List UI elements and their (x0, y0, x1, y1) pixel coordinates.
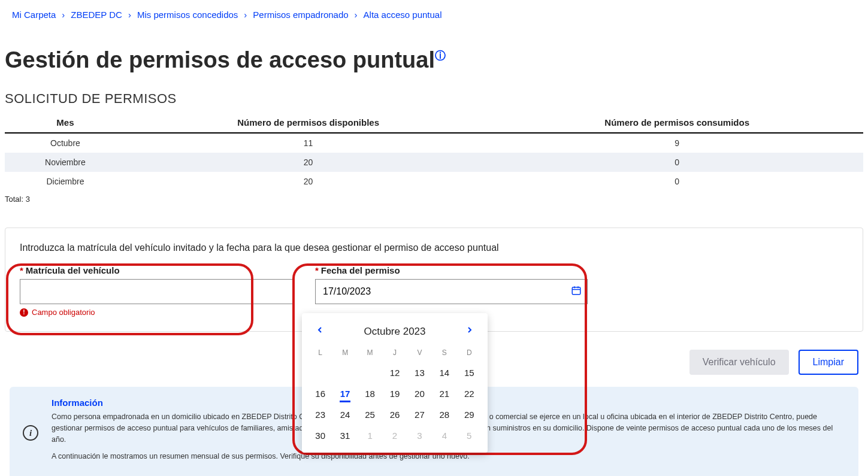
info-circle-icon: i (23, 425, 38, 441)
table-cell: Octubre (5, 133, 126, 153)
fecha-label: *Fecha del permiso (315, 265, 588, 275)
calendar-day (308, 365, 332, 380)
chevron-right-icon: › (244, 10, 247, 20)
table-cell: Diciembre (5, 172, 126, 191)
clear-button[interactable]: Limpiar (799, 350, 858, 375)
fecha-input[interactable] (315, 279, 588, 304)
calendar-day[interactable]: 31 (332, 428, 357, 443)
table-row: Octubre119 (5, 133, 863, 153)
calendar-day[interactable]: 13 (407, 365, 432, 380)
table-header: Número de permisos disponibles (126, 113, 491, 133)
breadcrumb-link[interactable]: Mis permisos concedidos (137, 10, 238, 20)
calendar-day (358, 365, 382, 380)
calendar-dow: M (358, 346, 382, 359)
calendar-day[interactable]: 1 (358, 428, 382, 443)
calendar-day[interactable]: 29 (457, 407, 482, 422)
table-cell: 11 (126, 133, 491, 153)
calendar-day[interactable]: 12 (382, 365, 407, 380)
table-cell: 0 (491, 153, 863, 172)
table-row: Noviembre200 (5, 153, 863, 172)
calendar-dow: J (382, 346, 407, 359)
matricula-error: !Campo obligatorio (20, 308, 294, 317)
info-paragraph: A continuación le mostramos un resumen m… (52, 451, 845, 462)
chevron-right-icon: › (62, 10, 65, 20)
calendar-dow: L (308, 346, 332, 359)
calendar-day[interactable]: 16 (308, 386, 332, 401)
breadcrumb-link[interactable]: ZBEDEP DC (71, 10, 122, 20)
matricula-label: *Matrícula del vehículo (20, 265, 294, 275)
matricula-input[interactable] (20, 279, 294, 304)
calendar-day[interactable]: 15 (457, 365, 482, 380)
calendar-day[interactable]: 14 (432, 365, 456, 380)
calendar-icon[interactable] (571, 285, 582, 298)
calendar-day[interactable]: 3 (407, 428, 432, 443)
calendar-day[interactable]: 18 (358, 386, 382, 401)
form-intro: Introduzca la matrícula del vehículo inv… (20, 242, 848, 253)
calendar-next[interactable] (462, 323, 477, 340)
calendar-day[interactable]: 4 (432, 428, 456, 443)
table-cell: 9 (491, 133, 863, 153)
breadcrumb: Mi Carpeta›ZBEDEP DC›Mis permisos conced… (0, 0, 868, 29)
page-title: Gestión de permisos de acceso puntualⓘ (5, 47, 863, 73)
breadcrumb-link[interactable]: Alta acceso puntual (364, 10, 442, 20)
calendar-day[interactable]: 21 (432, 386, 456, 401)
calendar-day[interactable]: 25 (358, 407, 382, 422)
calendar-dow: D (457, 346, 482, 359)
calendar-day[interactable]: 2 (382, 428, 407, 443)
calendar-day[interactable]: 26 (382, 407, 407, 422)
calendar-day[interactable]: 19 (382, 386, 407, 401)
calendar-day[interactable]: 30 (308, 428, 332, 443)
breadcrumb-link[interactable]: Permisos empadronado (253, 10, 348, 20)
calendar-prev[interactable] (313, 323, 327, 340)
chevron-right-icon: › (355, 10, 358, 20)
table-cell: 20 (126, 172, 491, 191)
error-icon: ! (20, 308, 28, 317)
calendar-day[interactable]: 22 (457, 386, 482, 401)
calendar-day[interactable]: 20 (407, 386, 432, 401)
breadcrumb-link[interactable]: Mi Carpeta (12, 10, 56, 20)
verify-button[interactable]: Verificar vehículo (689, 350, 789, 375)
section-title: SOLICITUD DE PERMISOS (5, 91, 863, 107)
calendar-dow: V (407, 346, 432, 359)
calendar-day[interactable]: 27 (407, 407, 432, 422)
calendar-day[interactable]: 28 (432, 407, 456, 422)
calendar-day[interactable]: 23 (308, 407, 332, 422)
calendar-popup: Octubre 2023 LMMJVSD12131415161718192021… (302, 313, 488, 453)
info-icon[interactable]: ⓘ (435, 50, 446, 62)
table-cell: 20 (126, 153, 491, 172)
table-total: Total: 3 (5, 195, 863, 204)
table-cell: 0 (491, 172, 863, 191)
calendar-day[interactable]: 5 (457, 428, 482, 443)
table-row: Diciembre200 (5, 172, 863, 191)
calendar-title: Octubre 2023 (364, 326, 425, 338)
table-cell: Noviembre (5, 153, 126, 172)
calendar-dow: S (432, 346, 456, 359)
calendar-day[interactable]: 17 (332, 386, 357, 401)
chevron-right-icon: › (128, 10, 131, 20)
table-header: Número de permisos consumidos (491, 113, 863, 133)
permits-table: MesNúmero de permisos disponiblesNúmero … (5, 113, 863, 191)
calendar-day[interactable]: 24 (332, 407, 357, 422)
svg-rect-0 (572, 287, 580, 295)
calendar-day (332, 365, 357, 380)
table-header: Mes (5, 113, 126, 133)
calendar-dow: M (332, 346, 357, 359)
